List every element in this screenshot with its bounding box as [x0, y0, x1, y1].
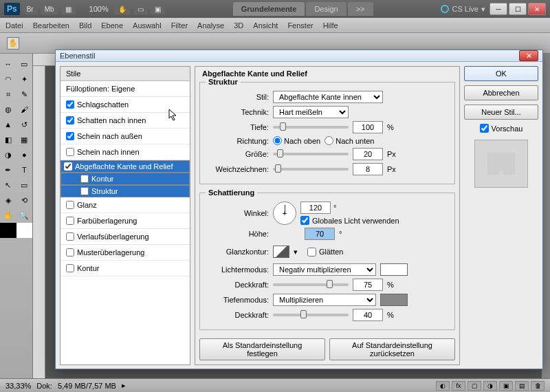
dodge-tool-icon[interactable]: ●	[16, 147, 33, 162]
menu-auswahl[interactable]: Auswahl	[133, 21, 162, 30]
style-schatten-innen[interactable]: Schatten nach innen	[60, 113, 190, 129]
sb-trash-icon[interactable]: 🗑	[531, 381, 544, 391]
style-schlagschatten[interactable]: Schlagschatten	[60, 97, 190, 113]
style-kontur-sub[interactable]: Kontur	[60, 173, 190, 185]
tiefen-color[interactable]	[380, 294, 408, 306]
sb-icon[interactable]: ◐	[436, 381, 450, 391]
menu-analyse[interactable]: Analyse	[197, 21, 224, 30]
menu-ansicht[interactable]: Ansicht	[253, 21, 278, 30]
window-minimize-button[interactable]: ─	[490, 3, 507, 15]
deck2-input[interactable]	[353, 309, 383, 321]
marquee-tool-icon[interactable]: ▭	[16, 56, 33, 72]
groesse-input[interactable]	[353, 148, 383, 160]
heal-tool-icon[interactable]: ◍	[0, 102, 16, 117]
deck1-input[interactable]	[353, 279, 383, 291]
sb-mask-icon[interactable]: ▢	[468, 381, 481, 391]
window-close-button[interactable]: ✕	[528, 3, 546, 15]
cslive-button[interactable]: CS Live ▾	[441, 5, 485, 14]
style-schein-innen[interactable]: Schein nach innen	[60, 144, 190, 160]
sb-adj-icon[interactable]: ◑	[483, 381, 497, 391]
menu-hilfe[interactable]: Hilfe	[323, 21, 338, 30]
chk-kontur-sub[interactable]	[80, 175, 89, 183]
glaetten-checkbox[interactable]: Glätten	[307, 248, 343, 257]
licht-select[interactable]: Negativ multiplizieren	[273, 263, 376, 276]
screen-mode-icon[interactable]: ▣	[151, 4, 165, 14]
3d-tool-icon[interactable]: ◈	[0, 193, 16, 208]
fg-color-swatch[interactable]	[0, 223, 16, 238]
arrange-icon[interactable]: ▭	[133, 4, 148, 14]
style-muster[interactable]: Musterüberlagerung	[60, 245, 190, 261]
menu-bild[interactable]: Bild	[79, 21, 91, 30]
chk-glanz[interactable]	[66, 201, 74, 209]
stamp-tool-icon[interactable]: ▲	[0, 117, 16, 132]
move-tool-icon[interactable]: ↔	[0, 56, 16, 72]
sb-new-icon[interactable]: ▤	[515, 381, 529, 391]
hand-tool-indicator-icon[interactable]: ✋	[7, 37, 19, 50]
brush-tool-icon[interactable]: 🖌	[16, 102, 33, 117]
chk-schatten-innen[interactable]	[66, 116, 74, 124]
weich-slider[interactable]	[273, 168, 349, 171]
winkel-input[interactable]	[300, 202, 331, 214]
pen-tool-icon[interactable]: ✒	[0, 162, 16, 177]
history-brush-icon[interactable]: ↺	[16, 117, 33, 132]
hand-tool-icon[interactable]: ✋	[114, 4, 131, 14]
chk-muster[interactable]	[66, 248, 74, 257]
technik-select[interactable]: Hart meißeln	[273, 106, 349, 118]
menu-fenster[interactable]: Fenster	[287, 21, 313, 30]
weich-input[interactable]	[353, 163, 383, 175]
global-light-checkbox[interactable]: Globales Licht verwenden	[300, 216, 399, 225]
deck2-slider[interactable]	[273, 314, 349, 316]
tiefe-slider[interactable]	[273, 126, 349, 129]
glanzkontur-picker[interactable]	[273, 246, 289, 258]
chk-schein-aussen[interactable]	[66, 132, 74, 140]
menu-filter[interactable]: Filter	[171, 21, 188, 30]
menu-ebene[interactable]: Ebene	[101, 21, 123, 30]
sb-folder-icon[interactable]: ▣	[499, 381, 513, 391]
minibridge-button[interactable]: Mb	[41, 4, 58, 14]
preview-checkbox[interactable]: Vorschau	[464, 124, 538, 133]
deck1-slider[interactable]	[273, 283, 349, 286]
set-default-button[interactable]: Als Standardeinstellung festlegen	[199, 338, 325, 360]
style-kontur2[interactable]: Kontur	[60, 261, 190, 276]
styles-header[interactable]: Stile	[60, 67, 190, 81]
zoom-level[interactable]: 33,33%	[6, 382, 31, 390]
eyedropper-tool-icon[interactable]: ✎	[16, 87, 33, 102]
rotate3d-tool-icon[interactable]: ⟲	[16, 193, 33, 208]
lasso-tool-icon[interactable]: ◠	[0, 72, 16, 87]
richtung-unten-radio[interactable]: Nach unten	[324, 136, 374, 145]
hand-tool-icon[interactable]: ✋	[0, 208, 16, 223]
style-struktur-sub[interactable]: Struktur	[60, 185, 190, 197]
new-style-button[interactable]: Neuer Stil...	[464, 105, 538, 120]
chk-kontur2[interactable]	[66, 264, 74, 272]
chk-schlagschatten[interactable]	[66, 100, 74, 109]
ok-button[interactable]: OK	[464, 66, 538, 81]
workspace-tab-more[interactable]: >>	[348, 2, 373, 16]
fill-options-row[interactable]: Fülloptionen: Eigene	[60, 81, 190, 97]
dialog-close-button[interactable]: ✕	[519, 50, 538, 61]
menu-3d[interactable]: 3D	[234, 21, 243, 30]
chk-farb[interactable]	[66, 217, 74, 225]
crop-tool-icon[interactable]: ⌗	[0, 87, 16, 102]
menu-bearbeiten[interactable]: Bearbeiten	[33, 21, 69, 30]
workspace-tab-grundelemente[interactable]: Grundelemente	[233, 2, 305, 16]
style-verlauf[interactable]: Verlaufsüberlagerung	[60, 229, 190, 245]
tiefen-select[interactable]: Multiplizieren	[273, 294, 376, 306]
stil-select[interactable]: Abgeflachte Kante innen	[273, 91, 383, 103]
tiefe-input[interactable]	[353, 121, 383, 133]
style-farb[interactable]: Farbüberlagerung	[60, 213, 190, 229]
licht-color[interactable]	[380, 263, 408, 276]
view-grid-icon[interactable]: ▦	[61, 4, 76, 14]
cancel-button[interactable]: Abbrechen	[464, 85, 538, 100]
bridge-button[interactable]: Br	[23, 4, 38, 14]
groesse-slider[interactable]	[273, 153, 349, 155]
richtung-oben-radio[interactable]: Nach oben	[273, 136, 320, 145]
path-tool-icon[interactable]: ↖	[0, 177, 16, 193]
bg-color-swatch[interactable]	[16, 223, 33, 238]
hoehe-input[interactable]	[305, 228, 335, 240]
blur-tool-icon[interactable]: ◑	[0, 147, 16, 162]
gradient-tool-icon[interactable]: ▦	[16, 132, 33, 147]
style-glanz[interactable]: Glanz	[60, 197, 190, 213]
eraser-tool-icon[interactable]: ◧	[0, 132, 16, 147]
chk-struktur-sub[interactable]	[80, 187, 89, 195]
chk-schein-innen[interactable]	[66, 148, 74, 156]
